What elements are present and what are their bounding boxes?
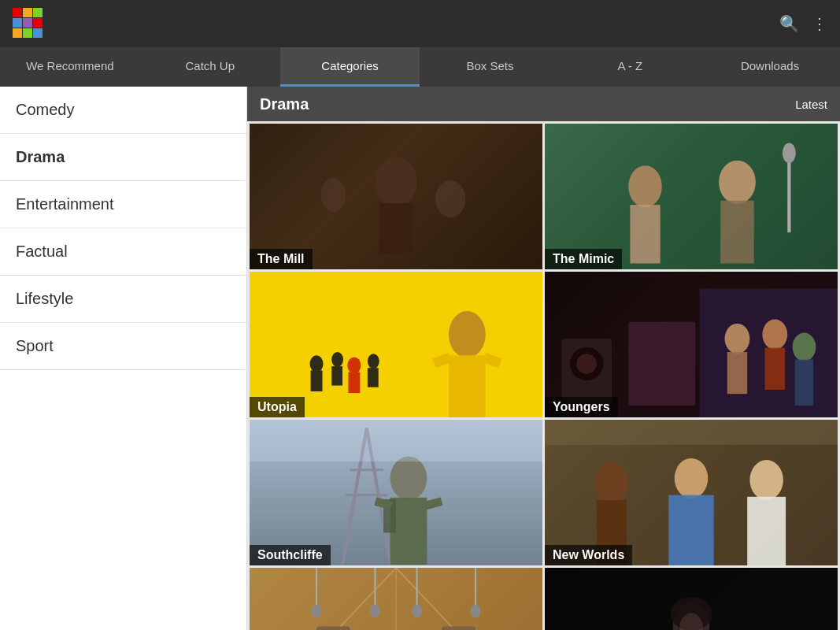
svg-point-23 xyxy=(331,352,343,367)
svg-point-27 xyxy=(368,354,379,369)
svg-point-50 xyxy=(390,457,427,500)
svg-rect-3 xyxy=(13,18,22,28)
svg-point-62 xyxy=(749,460,783,500)
more-icon[interactable]: ⋮ xyxy=(812,14,827,33)
show-utopia[interactable]: Utopia xyxy=(250,272,542,417)
header: 🔍 ⋮ xyxy=(0,0,840,47)
svg-rect-64 xyxy=(545,420,838,445)
sidebar-item-sport[interactable]: Sport xyxy=(0,323,246,370)
channel4-logo xyxy=(13,8,52,39)
svg-point-77 xyxy=(312,605,322,618)
svg-rect-42 xyxy=(765,348,786,390)
show-label-the-mimic: The Mimic xyxy=(545,249,622,269)
svg-rect-70 xyxy=(316,626,350,630)
svg-point-10 xyxy=(375,158,416,208)
svg-point-12 xyxy=(435,180,465,217)
svg-rect-6 xyxy=(13,28,22,38)
search-icon[interactable]: 🔍 xyxy=(779,14,799,33)
svg-rect-40 xyxy=(727,352,748,394)
svg-point-20 xyxy=(783,143,796,163)
sidebar-item-factual[interactable]: Factual xyxy=(0,228,246,276)
svg-point-43 xyxy=(793,333,816,361)
svg-rect-18 xyxy=(720,201,754,264)
svg-point-58 xyxy=(595,462,629,502)
show-label-utopia: Utopia xyxy=(250,397,305,417)
svg-rect-37 xyxy=(628,322,695,406)
svg-point-15 xyxy=(628,165,662,207)
show-the-mimic[interactable]: The Mimic xyxy=(545,124,838,269)
svg-point-80 xyxy=(471,605,481,618)
svg-rect-5 xyxy=(33,18,43,28)
show-the-mill[interactable]: The Mill xyxy=(250,124,542,269)
svg-rect-8 xyxy=(33,28,43,38)
header-icons: 🔍 ⋮ xyxy=(779,14,827,33)
svg-rect-4 xyxy=(23,18,32,28)
nav-box-sets[interactable]: Box Sets xyxy=(420,47,560,87)
nav-we-recommend[interactable]: We Recommend xyxy=(0,47,140,87)
main-nav: We Recommend Catch Up Categories Box Set… xyxy=(0,47,840,87)
svg-point-29 xyxy=(449,311,486,358)
svg-rect-1 xyxy=(23,8,32,17)
svg-point-17 xyxy=(719,161,756,204)
svg-rect-44 xyxy=(795,360,813,406)
nav-a-z[interactable]: A - Z xyxy=(560,47,700,87)
svg-rect-14 xyxy=(545,124,838,269)
svg-rect-63 xyxy=(747,497,786,565)
svg-point-41 xyxy=(762,320,787,350)
nav-catch-up[interactable]: Catch Up xyxy=(140,47,280,87)
show-extra1[interactable] xyxy=(250,568,542,630)
svg-rect-22 xyxy=(311,370,323,391)
show-label-youngers: Youngers xyxy=(545,397,618,417)
nav-downloads[interactable]: Downloads xyxy=(700,47,840,87)
sidebar: Comedy Drama Entertainment Factual Lifes… xyxy=(0,87,247,630)
svg-rect-7 xyxy=(23,28,32,38)
show-youngers[interactable]: Youngers xyxy=(545,272,838,417)
svg-rect-30 xyxy=(449,355,486,417)
svg-point-36 xyxy=(576,354,597,374)
show-label-new-worlds: New Worlds xyxy=(545,545,632,565)
content-header: Drama Latest xyxy=(247,87,840,121)
main-layout: Comedy Drama Entertainment Factual Lifes… xyxy=(0,87,840,630)
svg-point-21 xyxy=(310,355,324,372)
svg-point-13 xyxy=(320,178,346,212)
svg-rect-16 xyxy=(630,205,660,263)
content-area: Drama Latest The Mill xyxy=(247,87,840,630)
svg-point-25 xyxy=(347,357,361,373)
svg-rect-26 xyxy=(348,372,360,394)
svg-point-78 xyxy=(370,605,380,618)
sort-button[interactable]: Latest xyxy=(795,98,827,111)
svg-rect-11 xyxy=(379,203,413,254)
nav-categories[interactable]: Categories xyxy=(280,47,420,87)
show-new-worlds[interactable]: New Worlds xyxy=(545,420,838,565)
svg-point-39 xyxy=(725,324,750,354)
sidebar-item-drama[interactable]: Drama xyxy=(0,134,246,181)
svg-point-60 xyxy=(675,458,709,498)
svg-rect-71 xyxy=(442,626,476,630)
show-extra2[interactable] xyxy=(545,568,838,630)
svg-rect-61 xyxy=(668,495,713,565)
show-southcliffe[interactable]: Southcliffe xyxy=(250,420,542,565)
show-label-the-mill: The Mill xyxy=(250,249,313,269)
shows-grid: The Mill The Mimic xyxy=(247,121,840,630)
svg-rect-28 xyxy=(368,368,379,387)
sidebar-item-entertainment[interactable]: Entertainment xyxy=(0,181,246,228)
show-label-southcliffe: Southcliffe xyxy=(250,545,331,565)
sidebar-item-lifestyle[interactable]: Lifestyle xyxy=(0,276,246,323)
svg-rect-24 xyxy=(331,366,342,385)
section-title: Drama xyxy=(260,95,309,113)
svg-rect-0 xyxy=(13,8,22,17)
sidebar-item-comedy[interactable]: Comedy xyxy=(0,87,246,134)
svg-point-79 xyxy=(412,605,422,618)
svg-rect-55 xyxy=(250,420,542,461)
svg-rect-2 xyxy=(33,8,43,17)
